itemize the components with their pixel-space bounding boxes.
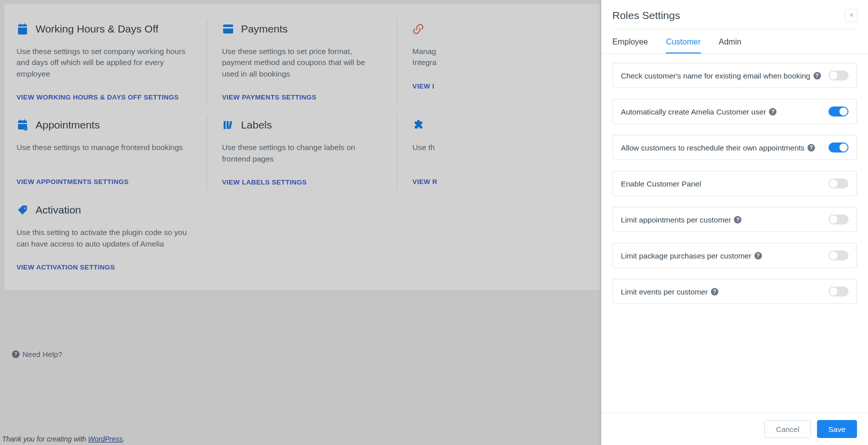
toggle[interactable] (828, 70, 848, 80)
card-integrations: ManagIntegra VIEW I (397, 14, 588, 110)
help-icon[interactable]: ? (754, 252, 762, 260)
card-title: Activation (36, 204, 81, 216)
need-help-label: Need Help? (23, 350, 62, 358)
question-icon: ? (12, 350, 20, 358)
option-label: Check customer's name for existing email… (621, 72, 821, 80)
option-row: Automatically create Amelia Customer use… (612, 99, 857, 124)
option-row: Check customer's name for existing email… (612, 63, 857, 88)
help-icon[interactable]: ? (813, 72, 821, 80)
card-title: Labels (241, 119, 272, 131)
card-link-integrations[interactable]: VIEW I (412, 82, 568, 90)
tab-admin[interactable]: Admin (719, 38, 741, 54)
option-label: Limit events per customer? (621, 288, 718, 296)
tag-icon (17, 204, 29, 216)
panel-tabs: Employee Customer Admin (601, 30, 868, 54)
card-appointments: Appointments Use these settings to manag… (17, 110, 207, 195)
option-label: Allow customers to reschedule their own … (621, 144, 815, 152)
calendar-clock-icon (17, 119, 29, 131)
settings-grid: Working Hours & Days Off Use these setti… (5, 4, 600, 290)
card-title: Appointments (36, 119, 100, 131)
card-labels: Labels Use these settings to change labe… (207, 110, 398, 195)
calendar-icon (17, 23, 29, 35)
card-desc: Use these settings to change labels on f… (222, 142, 378, 164)
card-link-payments[interactable]: VIEW PAYMENTS SETTINGS (222, 94, 378, 101)
card-link-roles[interactable]: VIEW R (412, 178, 568, 186)
option-row: Allow customers to reschedule their own … (612, 135, 857, 160)
card-activation: Activation Use this setting to activate … (17, 195, 207, 280)
option-row: Enable Customer Panel (612, 171, 857, 196)
link-icon (412, 23, 424, 35)
option-row: Limit package purchases per customer? (612, 243, 857, 268)
option-label: Limit appointments per customer? (621, 216, 741, 224)
roles-settings-panel: Roles Settings × Employee Customer Admin… (601, 0, 868, 445)
cancel-button[interactable]: Cancel (764, 420, 811, 438)
card-desc: Use this setting to activate the plugin … (17, 227, 187, 250)
toggle[interactable] (828, 178, 848, 188)
puzzle-icon (412, 119, 424, 131)
toggle[interactable] (828, 142, 848, 152)
save-button[interactable]: Save (817, 420, 857, 438)
panel-body: Check customer's name for existing email… (601, 54, 868, 412)
card-link-activation[interactable]: VIEW ACTIVATION SETTINGS (17, 264, 187, 271)
panel-footer: Cancel Save (601, 412, 868, 445)
card-roles: Use th VIEW R (397, 110, 588, 195)
panel-title: Roles Settings (612, 10, 680, 22)
option-label: Automatically create Amelia Customer use… (621, 108, 776, 116)
card-link-labels[interactable]: VIEW LABELS SETTINGS (222, 178, 378, 186)
option-label: Limit package purchases per customer? (621, 252, 762, 260)
card-desc: Use these settings to set price format, … (222, 46, 378, 80)
toggle[interactable] (828, 286, 848, 296)
toggle[interactable] (828, 250, 848, 260)
tab-employee[interactable]: Employee (612, 38, 648, 54)
card-desc: ManagIntegra (412, 46, 568, 68)
card-working-hours: Working Hours & Days Off Use these setti… (17, 14, 207, 110)
tab-customer[interactable]: Customer (666, 38, 700, 54)
option-row: Limit events per customer? (612, 279, 857, 304)
need-help-link[interactable]: ? Need Help? (12, 350, 62, 358)
wordpress-link[interactable]: WordPress (88, 435, 123, 443)
toggle[interactable] (828, 106, 848, 116)
option-row: Limit appointments per customer? (612, 207, 857, 232)
card-desc: Use these settings to set company workin… (17, 46, 187, 80)
card-desc: Use these settings to manage frontend bo… (17, 142, 187, 164)
close-button[interactable]: × (845, 9, 858, 22)
card-title: Working Hours & Days Off (36, 23, 158, 35)
option-label: Enable Customer Panel (621, 180, 701, 188)
help-icon[interactable]: ? (769, 108, 776, 116)
card-title: Payments (241, 23, 288, 35)
books-icon (222, 119, 234, 131)
help-icon[interactable]: ? (734, 216, 741, 224)
card-desc: Use th (412, 142, 568, 164)
card-link-appointments[interactable]: VIEW APPOINTMENTS SETTINGS (17, 178, 187, 186)
toggle[interactable] (828, 214, 848, 224)
help-icon[interactable]: ? (807, 144, 815, 152)
card-link-working-hours[interactable]: VIEW WORKING HOURS & DAYS OFF SETTINGS (17, 94, 187, 101)
credit-card-icon (222, 23, 234, 35)
card-payments: Payments Use these settings to set price… (207, 14, 398, 110)
help-icon[interactable]: ? (711, 288, 718, 296)
footer-credit: Thank you for creating with WordPress. (2, 435, 125, 443)
